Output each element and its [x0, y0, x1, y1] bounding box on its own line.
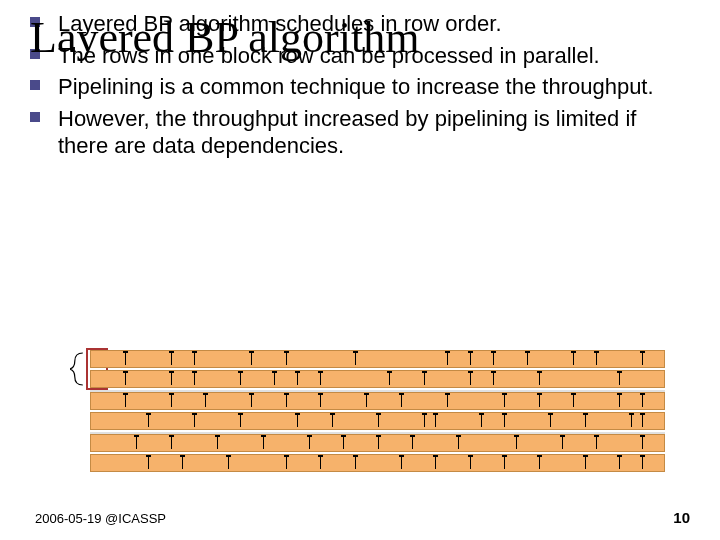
nonzero-entry-icon [194, 353, 195, 365]
nonzero-entry-icon [171, 353, 172, 365]
nonzero-entry-icon [539, 373, 540, 385]
nonzero-entry-icon [585, 457, 586, 469]
nonzero-entry-icon [263, 437, 264, 449]
nonzero-entry-icon [251, 353, 252, 365]
nonzero-entry-icon [297, 373, 298, 385]
nonzero-entry-icon [527, 353, 528, 365]
nonzero-entry-icon [412, 437, 413, 449]
matrix-row [90, 434, 665, 452]
nonzero-entry-icon [539, 457, 540, 469]
nonzero-entry-icon [585, 415, 586, 427]
nonzero-entry-icon [251, 395, 252, 407]
bullet-text: Pipelining is a common technique to incr… [58, 73, 654, 101]
nonzero-entry-icon [320, 395, 321, 407]
nonzero-entry-icon [125, 395, 126, 407]
nonzero-entry-icon [631, 415, 632, 427]
nonzero-entry-icon [286, 395, 287, 407]
nonzero-entry-icon [217, 437, 218, 449]
nonzero-entry-icon [493, 373, 494, 385]
nonzero-entry-icon [435, 457, 436, 469]
nonzero-entry-icon [596, 353, 597, 365]
nonzero-entry-icon [619, 395, 620, 407]
nonzero-entry-icon [481, 415, 482, 427]
matrix-row [90, 392, 665, 410]
bullet-marker-icon [30, 112, 40, 122]
nonzero-entry-icon [182, 457, 183, 469]
nonzero-entry-icon [148, 415, 149, 427]
nonzero-entry-icon [378, 437, 379, 449]
nonzero-entry-icon [642, 395, 643, 407]
nonzero-entry-icon [504, 415, 505, 427]
nonzero-entry-icon [470, 353, 471, 365]
nonzero-entry-icon [286, 457, 287, 469]
ldpc-matrix-figure [60, 350, 665, 472]
nonzero-entry-icon [642, 415, 643, 427]
nonzero-entry-icon [332, 415, 333, 427]
brace-icon [70, 350, 86, 388]
nonzero-entry-icon [470, 457, 471, 469]
nonzero-entry-icon [504, 395, 505, 407]
page-number: 10 [673, 509, 690, 526]
nonzero-entry-icon [297, 415, 298, 427]
nonzero-entry-icon [435, 415, 436, 427]
nonzero-entry-icon [619, 457, 620, 469]
footer-date: 2006-05-19 @ICASSP [35, 511, 166, 526]
nonzero-entry-icon [504, 457, 505, 469]
bullet-text: However, the throughput increased by pip… [58, 105, 690, 160]
nonzero-entry-icon [355, 457, 356, 469]
nonzero-entry-icon [171, 395, 172, 407]
nonzero-entry-icon [171, 373, 172, 385]
nonzero-entry-icon [205, 395, 206, 407]
nonzero-entry-icon [447, 395, 448, 407]
nonzero-entry-icon [343, 437, 344, 449]
nonzero-entry-icon [378, 415, 379, 427]
nonzero-entry-icon [125, 353, 126, 365]
nonzero-entry-icon [424, 415, 425, 427]
bullet-item: Pipelining is a common technique to incr… [30, 73, 690, 101]
nonzero-entry-icon [320, 457, 321, 469]
nonzero-entry-icon [401, 395, 402, 407]
nonzero-entry-icon [194, 373, 195, 385]
nonzero-entry-icon [240, 373, 241, 385]
matrix-row [90, 370, 665, 388]
bullet-marker-icon [30, 80, 40, 90]
nonzero-entry-icon [148, 457, 149, 469]
nonzero-entry-icon [516, 437, 517, 449]
nonzero-entry-icon [389, 373, 390, 385]
nonzero-entry-icon [550, 415, 551, 427]
nonzero-entry-icon [194, 415, 195, 427]
nonzero-entry-icon [642, 437, 643, 449]
nonzero-entry-icon [642, 353, 643, 365]
nonzero-entry-icon [470, 373, 471, 385]
nonzero-entry-icon [136, 437, 137, 449]
nonzero-entry-icon [424, 373, 425, 385]
matrix-row [90, 412, 665, 430]
nonzero-entry-icon [286, 353, 287, 365]
bullet-item: However, the throughput increased by pip… [30, 105, 690, 160]
matrix-row [90, 350, 665, 368]
nonzero-entry-icon [309, 437, 310, 449]
slide: Layered BP algorithm schedules in row or… [0, 0, 720, 540]
nonzero-entry-icon [539, 395, 540, 407]
nonzero-entry-icon [320, 373, 321, 385]
nonzero-entry-icon [573, 353, 574, 365]
nonzero-entry-icon [562, 437, 563, 449]
nonzero-entry-icon [125, 373, 126, 385]
nonzero-entry-icon [366, 395, 367, 407]
nonzero-entry-icon [401, 457, 402, 469]
nonzero-entry-icon [240, 415, 241, 427]
nonzero-entry-icon [355, 353, 356, 365]
nonzero-entry-icon [171, 437, 172, 449]
nonzero-entry-icon [447, 353, 448, 365]
nonzero-entry-icon [573, 395, 574, 407]
matrix-row [90, 454, 665, 472]
nonzero-entry-icon [458, 437, 459, 449]
nonzero-entry-icon [274, 373, 275, 385]
nonzero-entry-icon [642, 457, 643, 469]
nonzero-entry-icon [493, 353, 494, 365]
nonzero-entry-icon [596, 437, 597, 449]
nonzero-entry-icon [619, 373, 620, 385]
slide-title: Layered BP algorithm [30, 12, 419, 63]
nonzero-entry-icon [228, 457, 229, 469]
